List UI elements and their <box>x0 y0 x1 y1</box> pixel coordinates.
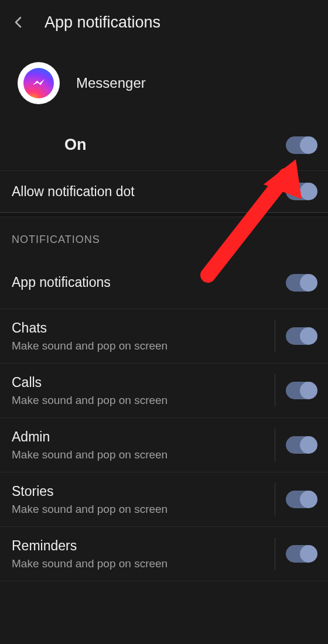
channel-title: Calls <box>12 375 270 390</box>
back-button[interactable] <box>7 11 30 34</box>
channel-subtitle: Make sound and pop on screen <box>12 448 270 461</box>
notification-channel-row[interactable]: RemindersMake sound and pop on screen <box>0 527 328 581</box>
notification-channel-row[interactable]: ChatsMake sound and pop on screen <box>0 309 328 364</box>
channel-subtitle: Make sound and pop on screen <box>12 340 270 352</box>
messenger-icon <box>23 68 54 98</box>
vertical-divider <box>275 429 275 461</box>
channel-toggle[interactable] <box>286 491 316 508</box>
notification-channel-row[interactable]: AdminMake sound and pop on screen <box>0 418 328 472</box>
channel-title: Chats <box>12 320 270 336</box>
section-divider <box>0 213 328 217</box>
notification-dot-label: Allow notification dot <box>12 184 135 200</box>
notification-dot-toggle[interactable] <box>286 183 316 200</box>
vertical-divider <box>275 320 275 352</box>
channel-title: Stories <box>12 484 270 499</box>
chevron-left-icon <box>12 15 26 29</box>
notification-channel-row[interactable]: StoriesMake sound and pop on screen <box>0 472 328 527</box>
channel-toggle[interactable] <box>286 274 316 292</box>
channel-toggle[interactable] <box>286 327 316 345</box>
notification-channel-row[interactable]: App notifications <box>0 256 328 309</box>
header-bar: App notifications <box>0 0 328 44</box>
master-toggle-label: On <box>64 136 87 154</box>
channel-title: Admin <box>12 429 270 445</box>
channel-toggle[interactable] <box>286 382 316 399</box>
notifications-section-header: NOTIFICATIONS <box>0 217 328 256</box>
channel-toggle[interactable] <box>286 436 316 454</box>
vertical-divider <box>275 374 275 407</box>
app-info-row: Messenger <box>0 44 328 128</box>
page-title: App notifications <box>45 13 160 32</box>
channel-subtitle: Make sound and pop on screen <box>12 557 270 570</box>
channel-subtitle: Make sound and pop on screen <box>12 394 270 407</box>
notification-channel-row[interactable]: CallsMake sound and pop on screen <box>0 364 328 418</box>
channel-toggle[interactable] <box>286 545 316 563</box>
master-toggle-row: On <box>0 128 328 171</box>
vertical-divider <box>275 537 275 570</box>
master-toggle[interactable] <box>286 136 316 154</box>
channel-subtitle: Make sound and pop on screen <box>12 503 270 516</box>
channel-title: Reminders <box>12 538 270 554</box>
vertical-divider <box>275 483 275 516</box>
app-name-label: Messenger <box>76 75 146 91</box>
channel-title: App notifications <box>12 275 286 290</box>
app-icon <box>18 62 60 104</box>
notification-dot-row: Allow notification dot <box>0 171 328 213</box>
